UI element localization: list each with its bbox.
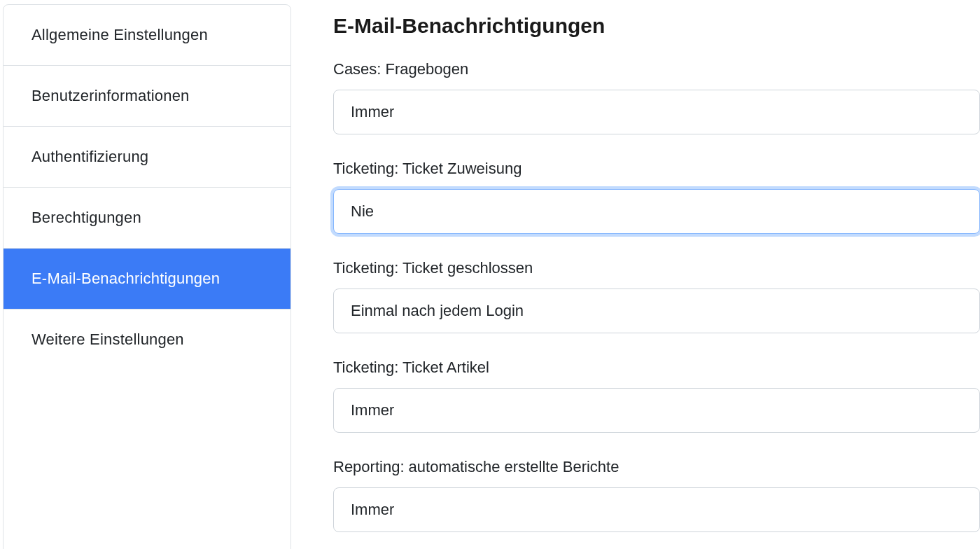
select-reporting-berichte[interactable]: Immer [333, 487, 980, 532]
label-ticket-geschlossen: Ticketing: Ticket geschlossen [333, 259, 980, 277]
field-ticket-artikel: Ticketing: Ticket Artikel Immer [333, 359, 980, 433]
settings-sidebar: Allgemeine Einstellungen Benutzerinforma… [3, 4, 291, 549]
field-reporting-berichte: Reporting: automatische erstellte Berich… [333, 458, 980, 532]
field-cases-fragebogen: Cases: Fragebogen Immer [333, 60, 980, 134]
select-ticket-geschlossen[interactable]: Einmal nach jedem Login [333, 289, 980, 333]
label-ticket-artikel: Ticketing: Ticket Artikel [333, 359, 980, 377]
label-cases-fragebogen: Cases: Fragebogen [333, 60, 980, 78]
main-content: E-Mail-Benachrichtigungen Cases: Fragebo… [333, 4, 980, 549]
label-ticket-zuweisung: Ticketing: Ticket Zuweisung [333, 160, 980, 178]
sidebar-item-authentication[interactable]: Authentifizierung [4, 127, 290, 188]
field-ticket-zuweisung: Ticketing: Ticket Zuweisung Nie [333, 160, 980, 234]
page-title: E-Mail-Benachrichtigungen [333, 14, 980, 38]
sidebar-item-permissions[interactable]: Berechtigungen [4, 188, 290, 249]
settings-container: Allgemeine Einstellungen Benutzerinforma… [0, 0, 980, 549]
sidebar-item-other-settings[interactable]: Weitere Einstellungen [4, 310, 290, 370]
sidebar-item-email-notifications[interactable]: E-Mail-Benachrichtigungen [4, 249, 290, 310]
sidebar-item-user-info[interactable]: Benutzerinformationen [4, 66, 290, 127]
label-reporting-berichte: Reporting: automatische erstellte Berich… [333, 458, 980, 476]
select-ticket-artikel[interactable]: Immer [333, 388, 980, 433]
select-ticket-zuweisung[interactable]: Nie [333, 189, 980, 234]
sidebar-item-general[interactable]: Allgemeine Einstellungen [4, 5, 290, 66]
select-cases-fragebogen[interactable]: Immer [333, 90, 980, 134]
field-ticket-geschlossen: Ticketing: Ticket geschlossen Einmal nac… [333, 259, 980, 333]
